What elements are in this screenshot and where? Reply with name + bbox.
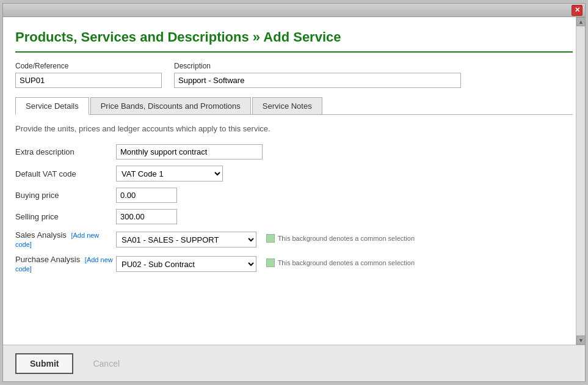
purchase-analysis-select[interactable]: PU01 - Purchase PU02 - Sub Contract <box>116 256 256 272</box>
common-selection-text: This background denotes a common selecti… <box>278 235 415 242</box>
scroll-up-button[interactable]: ▲ <box>576 17 586 26</box>
sales-analysis-field: SA01 - SALES - SUPPORT SA02 - SALES - HA… <box>116 232 415 248</box>
purchase-common-swatch <box>266 258 275 267</box>
scrollbar-track: ▲ ▼ <box>576 17 585 345</box>
sales-analysis-select[interactable]: SA01 - SALES - SUPPORT SA02 - SALES - HA… <box>116 232 256 248</box>
vat-field: VAT Code 1 VAT Code 2 VAT Code 3 <box>116 166 223 182</box>
top-form-row: Code/Reference Description <box>15 62 573 88</box>
page-title: Products, Services and Descriptions » Ad… <box>15 29 573 53</box>
hint-text: Provide the units, prices and ledger acc… <box>15 124 573 133</box>
buying-price-row: Buying price <box>15 188 573 203</box>
sales-analysis-row: Sales Analysis [Add new code] SA01 - SAL… <box>15 230 573 249</box>
purchase-common-indicator: This background denotes a common selecti… <box>266 258 415 267</box>
vat-label: Default VAT code <box>15 169 116 178</box>
sales-common-indicator: This background denotes a common selecti… <box>266 234 415 243</box>
vat-select[interactable]: VAT Code 1 VAT Code 2 VAT Code 3 <box>116 166 223 182</box>
cancel-button[interactable]: Cancel <box>79 354 133 373</box>
extra-desc-input[interactable] <box>116 144 263 160</box>
selling-price-label: Selling price <box>15 212 116 221</box>
tab-content-service-details: Provide the units, prices and ledger acc… <box>15 124 573 273</box>
selling-price-row: Selling price <box>15 209 573 224</box>
vat-row: Default VAT code VAT Code 1 VAT Code 2 V… <box>15 166 573 182</box>
scroll-down-button[interactable]: ▼ <box>576 336 586 345</box>
purchase-common-selection-text: This background denotes a common selecti… <box>278 259 415 266</box>
description-group: Description <box>174 62 461 88</box>
buying-price-input[interactable] <box>116 188 177 203</box>
tabs-container: Service Details Price Bands, Discounts a… <box>15 97 573 115</box>
description-label: Description <box>174 62 461 70</box>
close-button[interactable]: ✕ <box>572 5 583 16</box>
purchase-analysis-label: Purchase Analysis [Add new code] <box>15 255 116 273</box>
tab-service-details[interactable]: Service Details <box>15 97 89 115</box>
tab-service-notes[interactable]: Service Notes <box>252 97 322 114</box>
main-content: Products, Services and Descriptions » Ad… <box>3 17 585 345</box>
main-window: ✕ ▲ ▼ Products, Services and Description… <box>2 3 586 382</box>
purchase-analysis-field: PU01 - Purchase PU02 - Sub Contract This… <box>116 256 415 272</box>
submit-button[interactable]: Submit <box>15 353 73 374</box>
selling-price-input[interactable] <box>116 209 177 224</box>
footer: Submit Cancel <box>3 345 585 381</box>
sales-analysis-label: Sales Analysis [Add new code] <box>15 230 116 249</box>
purchase-analysis-row: Purchase Analysis [Add new code] PU01 - … <box>15 255 573 273</box>
tab-price-bands[interactable]: Price Bands, Discounts and Promotions <box>90 97 251 114</box>
title-bar: ✕ <box>3 4 585 17</box>
buying-price-field <box>116 188 177 203</box>
extra-desc-row: Extra description <box>15 144 573 160</box>
common-swatch <box>266 234 275 243</box>
code-input[interactable] <box>15 73 162 88</box>
selling-price-field <box>116 209 177 224</box>
description-input[interactable] <box>174 73 461 88</box>
buying-price-label: Buying price <box>15 191 116 200</box>
code-label: Code/Reference <box>15 62 162 70</box>
code-group: Code/Reference <box>15 62 162 88</box>
extra-desc-label: Extra description <box>15 147 116 156</box>
extra-desc-field <box>116 144 263 160</box>
